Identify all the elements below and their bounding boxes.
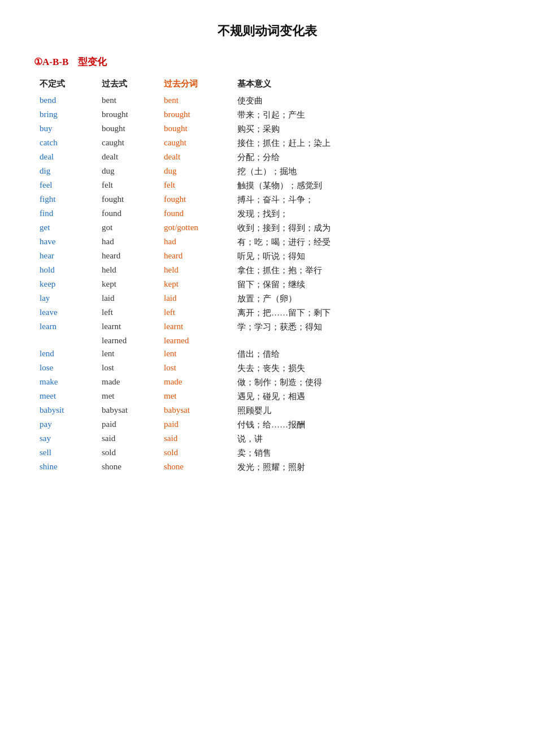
- table-row: keepkeptkept留下；保留；继续: [34, 278, 500, 292]
- cell-meaning: 使变曲: [232, 94, 500, 108]
- cell-past: bought: [96, 122, 158, 136]
- cell-past: got: [96, 221, 158, 235]
- section-title: ①A-B-B 型变化: [34, 55, 500, 68]
- cell-meaning: 付钱；给……报酬: [232, 418, 500, 432]
- table-row: sellsoldsold卖；销售: [34, 446, 500, 460]
- table-row: hearheardheard听见；听说；得知: [34, 249, 500, 263]
- cell-meaning: 学；学习；获悉；得知: [232, 320, 500, 334]
- cell-infinitive: leave: [34, 306, 96, 320]
- cell-participle: fought: [158, 193, 232, 207]
- cell-past: dug: [96, 165, 158, 179]
- table-row: loselostlost失去；丧失；损失: [34, 361, 500, 375]
- cell-past: bent: [96, 94, 158, 108]
- cell-infinitive: lay: [34, 292, 96, 306]
- cell-past: kept: [96, 278, 158, 292]
- cell-meaning: 听见；听说；得知: [232, 249, 500, 263]
- cell-infinitive: feel: [34, 179, 96, 193]
- cell-participle: learned: [158, 334, 232, 347]
- table-row: babysitbabysatbabysat照顾婴儿: [34, 404, 500, 418]
- cell-past: heard: [96, 249, 158, 263]
- table-row: bendbentbent使变曲: [34, 94, 500, 108]
- cell-past: babysat: [96, 404, 158, 418]
- cell-past: caught: [96, 136, 158, 150]
- cell-infinitive: learn: [34, 320, 96, 334]
- cell-participle: heard: [158, 249, 232, 263]
- cell-participle: caught: [158, 136, 232, 150]
- cell-infinitive: make: [34, 375, 96, 390]
- cell-meaning: 有；吃；喝；进行；经受: [232, 235, 500, 249]
- verb-table: 不定式 过去式 过去分词 基本意义 bendbentbent使变曲bringbr…: [34, 76, 500, 474]
- table-row: saysaidsaid说，讲: [34, 432, 500, 446]
- cell-past: shone: [96, 460, 158, 474]
- header-infinitive: 不定式: [34, 76, 96, 94]
- cell-past: had: [96, 235, 158, 249]
- cell-participle: made: [158, 375, 232, 390]
- cell-past: brought: [96, 108, 158, 122]
- cell-past: held: [96, 263, 158, 278]
- cell-meaning: 照顾婴儿: [232, 404, 500, 418]
- cell-meaning: 拿住；抓住；抱；举行: [232, 263, 500, 278]
- cell-participle: felt: [158, 179, 232, 193]
- table-row: makemademade做；制作；制造；使得: [34, 375, 500, 390]
- cell-meaning: 带来；引起；产生: [232, 108, 500, 122]
- cell-past: met: [96, 390, 158, 404]
- cell-infinitive: deal: [34, 150, 96, 165]
- cell-meaning: 触摸（某物）；感觉到: [232, 179, 500, 193]
- cell-meaning: 发现；找到；: [232, 207, 500, 221]
- cell-participle: said: [158, 432, 232, 446]
- cell-infinitive: babysit: [34, 404, 96, 418]
- cell-infinitive: have: [34, 235, 96, 249]
- cell-meaning: 放置；产（卵）: [232, 292, 500, 306]
- cell-meaning: 留下；保留；继续: [232, 278, 500, 292]
- cell-meaning: 收到；接到；得到；成为: [232, 221, 500, 235]
- cell-participle: got/gotten: [158, 221, 232, 235]
- cell-meaning: 挖（土）；掘地: [232, 165, 500, 179]
- cell-participle: bent: [158, 94, 232, 108]
- table-row: learnedlearned: [34, 334, 500, 347]
- cell-infinitive: hear: [34, 249, 96, 263]
- cell-participle: met: [158, 390, 232, 404]
- cell-past: made: [96, 375, 158, 390]
- table-row: paypaidpaid付钱；给……报酬: [34, 418, 500, 432]
- cell-participle: held: [158, 263, 232, 278]
- table-row: havehadhad有；吃；喝；进行；经受: [34, 235, 500, 249]
- cell-infinitive: bring: [34, 108, 96, 122]
- table-row: findfoundfound发现；找到；: [34, 207, 500, 221]
- cell-infinitive: sell: [34, 446, 96, 460]
- cell-past: found: [96, 207, 158, 221]
- cell-infinitive: catch: [34, 136, 96, 150]
- page-title: 不规则动词变化表: [34, 23, 500, 40]
- table-header-row: 不定式 过去式 过去分词 基本意义: [34, 76, 500, 94]
- cell-past: paid: [96, 418, 158, 432]
- cell-past: dealt: [96, 150, 158, 165]
- cell-past: learned: [96, 334, 158, 347]
- cell-participle: had: [158, 235, 232, 249]
- table-row: shineshoneshone发光；照耀；照射: [34, 460, 500, 474]
- cell-meaning: 发光；照耀；照射: [232, 460, 500, 474]
- cell-infinitive: lose: [34, 361, 96, 375]
- table-row: laylaidlaid放置；产（卵）: [34, 292, 500, 306]
- cell-participle: paid: [158, 418, 232, 432]
- table-row: feelfeltfelt触摸（某物）；感觉到: [34, 179, 500, 193]
- cell-infinitive: bend: [34, 94, 96, 108]
- cell-past: left: [96, 306, 158, 320]
- cell-past: learnt: [96, 320, 158, 334]
- table-row: dealdealtdealt分配；分给: [34, 150, 500, 165]
- cell-infinitive: lend: [34, 347, 96, 361]
- cell-participle: learnt: [158, 320, 232, 334]
- cell-meaning: 说，讲: [232, 432, 500, 446]
- header-participle: 过去分词: [158, 76, 232, 94]
- cell-meaning: 卖；销售: [232, 446, 500, 460]
- table-row: fightfoughtfought搏斗；奋斗；斗争；: [34, 193, 500, 207]
- cell-participle: brought: [158, 108, 232, 122]
- cell-infinitive: say: [34, 432, 96, 446]
- cell-infinitive: dig: [34, 165, 96, 179]
- cell-meaning: 遇见；碰见；相遇: [232, 390, 500, 404]
- cell-past: fought: [96, 193, 158, 207]
- cell-meaning: [232, 334, 500, 347]
- cell-participle: sold: [158, 446, 232, 460]
- cell-infinitive: meet: [34, 390, 96, 404]
- cell-meaning: 购买；采购: [232, 122, 500, 136]
- cell-participle: lent: [158, 347, 232, 361]
- table-row: buyboughtbought购买；采购: [34, 122, 500, 136]
